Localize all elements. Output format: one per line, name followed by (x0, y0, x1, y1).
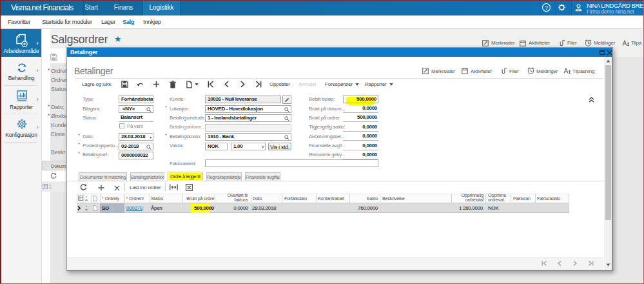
svg-text:?: ? (545, 5, 548, 11)
